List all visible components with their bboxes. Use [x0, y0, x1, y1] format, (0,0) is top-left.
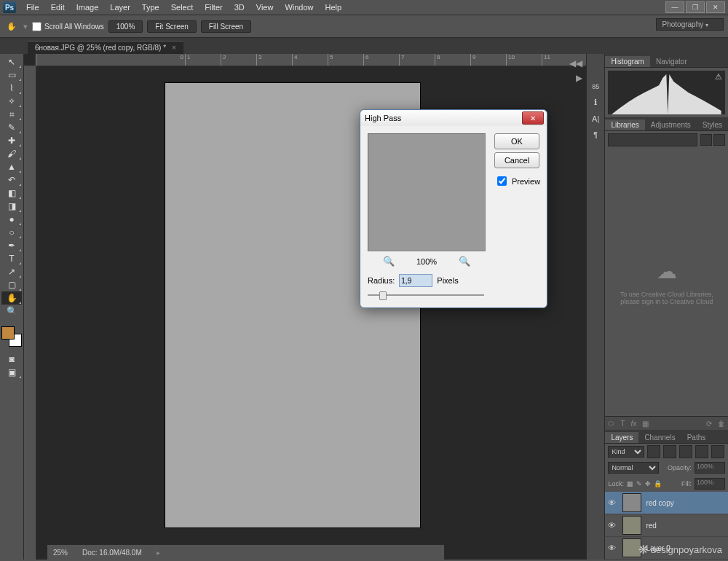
close-tab-icon[interactable]: ×: [172, 44, 176, 52]
zoom-100-button[interactable]: 100%: [108, 20, 143, 33]
panel-play-icon[interactable]: ▶: [576, 73, 582, 83]
healing-tool[interactable]: ✚: [1, 134, 22, 147]
marquee-tool[interactable]: ▭: [1, 68, 22, 82]
opacity-input[interactable]: 100%: [695, 462, 725, 474]
color-swatches[interactable]: [1, 326, 22, 347]
lib-grid-icon[interactable]: [713, 134, 725, 146]
tab-navigator[interactable]: Navigator: [650, 56, 693, 67]
screenmode-toggle[interactable]: ▣: [1, 366, 22, 379]
tab-histogram[interactable]: Histogram: [605, 56, 650, 67]
hand-tool[interactable]: ✋: [1, 291, 22, 305]
tab-adjustments[interactable]: Adjustments: [645, 119, 697, 130]
menu-filter[interactable]: Filter: [199, 1, 228, 13]
dodge-tool[interactable]: ○: [1, 226, 22, 239]
visibility-icon[interactable]: 👁: [608, 544, 618, 552]
lib-view-icon[interactable]: [700, 134, 712, 146]
dialog-titlebar[interactable]: High Pass ✕: [360, 110, 547, 126]
menu-image[interactable]: Image: [71, 1, 105, 13]
eyedropper-tool[interactable]: ✎: [1, 121, 22, 134]
link-icon[interactable]: ⬭: [608, 419, 614, 428]
menu-help[interactable]: Help: [320, 1, 348, 13]
filter-shape-icon[interactable]: [695, 445, 708, 458]
visibility-icon[interactable]: 👁: [608, 498, 618, 507]
menu-view[interactable]: View: [250, 1, 280, 13]
fx-icon[interactable]: fx: [630, 420, 636, 428]
move-tool[interactable]: ↖: [1, 55, 22, 68]
panel-icon-character[interactable]: A|: [592, 114, 599, 123]
layer-thumb[interactable]: [622, 493, 641, 512]
crop-tool[interactable]: ⌗: [1, 108, 22, 121]
scroll-all-checkbox[interactable]: Scroll All Windows: [32, 22, 104, 31]
menu-edit[interactable]: Edit: [45, 1, 71, 13]
library-select[interactable]: [608, 133, 697, 146]
foreground-color[interactable]: [1, 326, 15, 340]
close-window-button[interactable]: ✕: [706, 1, 725, 13]
lock-move-icon[interactable]: ✥: [645, 480, 651, 487]
menu-window[interactable]: Window: [279, 1, 319, 13]
fill-screen-button[interactable]: Fill Screen: [201, 20, 251, 33]
mask-icon[interactable]: ▦: [642, 420, 649, 428]
filter-adjust-icon[interactable]: [663, 445, 676, 458]
status-arrow-icon[interactable]: ▸: [157, 549, 160, 557]
panel-collapse-icon[interactable]: ◀◀: [569, 58, 582, 68]
type-fx-icon[interactable]: T: [620, 420, 625, 428]
lock-all-icon[interactable]: 🔒: [654, 480, 662, 487]
zoom-in-icon[interactable]: 🔍: [459, 256, 470, 267]
layer-row[interactable]: 👁 red: [605, 514, 728, 537]
brush-tool[interactable]: 🖌: [1, 147, 22, 160]
cancel-button[interactable]: Cancel: [494, 152, 539, 168]
filter-preview[interactable]: [368, 133, 486, 251]
radius-input[interactable]: [399, 274, 432, 287]
filter-pixel-icon[interactable]: [647, 445, 660, 458]
radius-slider[interactable]: [368, 290, 484, 300]
stamp-tool[interactable]: ▲: [1, 160, 22, 173]
lock-brush-icon[interactable]: ✎: [636, 480, 642, 487]
menu-layer[interactable]: Layer: [104, 1, 136, 13]
tab-channels[interactable]: Channels: [638, 432, 681, 443]
layer-kind-select[interactable]: Kind: [608, 446, 644, 458]
tab-styles[interactable]: Styles: [697, 119, 728, 130]
wand-tool[interactable]: ✧: [1, 95, 22, 108]
filter-type-icon[interactable]: [679, 445, 692, 458]
minimize-button[interactable]: —: [665, 1, 684, 13]
zoom-out-icon[interactable]: 🔍: [383, 256, 395, 267]
menu-type[interactable]: Type: [136, 1, 165, 13]
tab-paths[interactable]: Paths: [681, 432, 712, 443]
preview-checkbox[interactable]: Preview: [494, 174, 539, 188]
blend-mode-select[interactable]: Normal: [608, 462, 659, 474]
tab-libraries[interactable]: Libraries: [605, 119, 644, 130]
lock-pixels-icon[interactable]: ▦: [627, 480, 633, 487]
dialog-close-button[interactable]: ✕: [522, 111, 544, 125]
path-tool[interactable]: ↗: [1, 265, 22, 278]
tab-layers[interactable]: Layers: [605, 432, 638, 443]
visibility-icon[interactable]: 👁: [608, 521, 618, 530]
pen-tool[interactable]: ✒: [1, 239, 22, 252]
refresh-icon[interactable]: ⟳: [706, 420, 712, 428]
warning-icon[interactable]: ⚠: [715, 72, 722, 82]
quickmask-toggle[interactable]: ◙: [1, 353, 22, 366]
trash-icon[interactable]: 🗑: [718, 420, 725, 428]
document-tab[interactable]: 6новая.JPG @ 25% (red copy, RGB/8) * ×: [28, 41, 183, 54]
layer-name[interactable]: red: [646, 522, 656, 530]
slider-thumb[interactable]: [379, 291, 387, 300]
fill-input[interactable]: 100%: [695, 478, 725, 490]
workspace-select[interactable]: Photography ▾: [656, 18, 724, 31]
menu-select[interactable]: Select: [165, 1, 199, 13]
panel-icon-paragraph[interactable]: ¶: [593, 130, 598, 139]
filter-smart-icon[interactable]: [711, 445, 724, 458]
layer-thumb[interactable]: [622, 516, 641, 535]
blur-tool[interactable]: ●: [1, 213, 22, 226]
fit-screen-button[interactable]: Fit Screen: [147, 20, 197, 33]
layer-row[interactable]: 👁 red copy: [605, 492, 728, 514]
ok-button[interactable]: OK: [494, 133, 539, 149]
lasso-tool[interactable]: ⌇: [1, 82, 22, 95]
menu-3d[interactable]: 3D: [229, 1, 250, 13]
maximize-button[interactable]: ❐: [686, 1, 705, 13]
history-brush-tool[interactable]: ↶: [1, 173, 22, 187]
eraser-tool[interactable]: ◧: [1, 187, 22, 200]
type-tool[interactable]: T: [1, 252, 22, 265]
gradient-tool[interactable]: ◨: [1, 200, 22, 213]
layer-name[interactable]: red copy: [646, 499, 673, 507]
shape-tool[interactable]: ▢: [1, 278, 22, 291]
status-zoom[interactable]: 25%: [53, 549, 68, 557]
